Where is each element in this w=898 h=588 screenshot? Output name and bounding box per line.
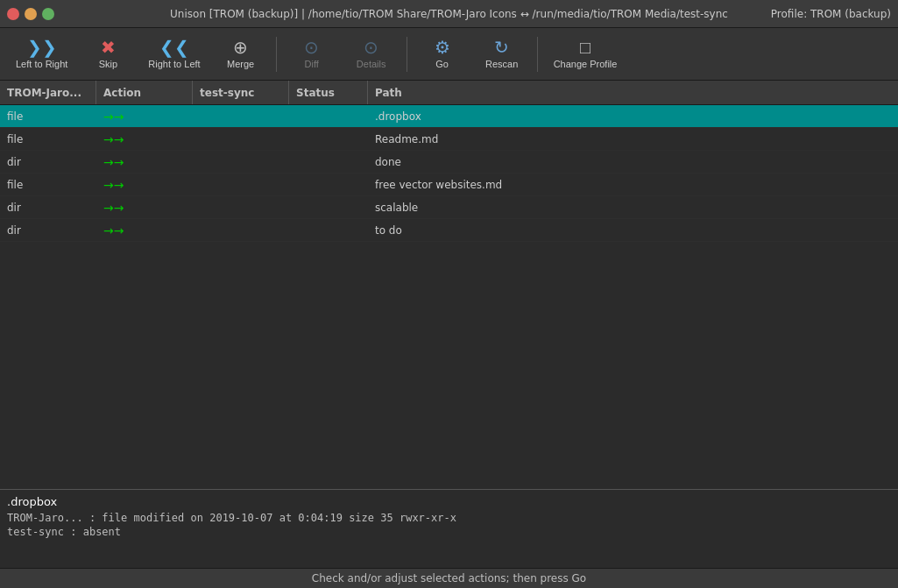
skip-icon: ✖ (101, 39, 116, 56)
table-row[interactable]: dir→→done (0, 151, 898, 174)
change-profile-icon: □ (580, 39, 590, 56)
status-text: Check and/or adjust selected actions; th… (312, 572, 586, 584)
detail-panel: .dropbox TROM-Jaro... : file modified on… (0, 489, 898, 568)
col-path[interactable]: Path (368, 81, 898, 104)
left-to-right-icon: ❯❯ (27, 39, 57, 56)
action-arrow: →→ (103, 155, 124, 169)
profile-label: Profile: TROM (backup) (771, 8, 891, 20)
table-row[interactable]: dir→→to do (0, 219, 898, 242)
col-trom-jaro[interactable]: TROM-Jaro... (0, 81, 96, 104)
window-title: Unison [TROM (backup)] | /home/tio/TROM … (170, 8, 728, 20)
col-test-sync[interactable]: test-sync (193, 81, 289, 104)
title-bar: Unison [TROM (backup)] | /home/tio/TROM … (0, 0, 898, 28)
details-label: Details (357, 59, 386, 69)
action-arrow: →→ (103, 223, 124, 237)
status-bar: Check and/or adjust selected actions; th… (0, 568, 898, 588)
go-icon: ⚙ (435, 39, 450, 56)
table-row[interactable]: file→→.dropbox (0, 105, 898, 128)
action-arrow: →→ (103, 110, 124, 124)
separator-1 (276, 37, 277, 72)
go-button[interactable]: ⚙ Go (414, 35, 470, 73)
detail-filename: .dropbox (7, 495, 891, 508)
table-body: file→→.dropboxfile→→Readme.mddir→→donefi… (0, 105, 898, 489)
rescan-button[interactable]: ↻ Rescan (474, 35, 530, 73)
separator-2 (407, 37, 407, 72)
detail-line2: test-sync : absent (7, 526, 891, 538)
detail-line1: TROM-Jaro... : file modified on 2019-10-… (7, 512, 891, 524)
go-label: Go (435, 59, 449, 69)
right-to-left-icon: ❮❮ (159, 39, 189, 56)
close-button[interactable] (7, 8, 19, 20)
right-to-left-label: Right to Left (148, 59, 200, 69)
separator-3 (537, 37, 538, 72)
col-status[interactable]: Status (289, 81, 368, 104)
toolbar: ❯❯ Left to Right ✖ Skip ❮❮ Right to Left… (0, 28, 898, 81)
details-icon: ⊙ (364, 39, 378, 56)
action-arrow: →→ (103, 132, 124, 146)
change-profile-button[interactable]: □ Change Profile (545, 35, 626, 73)
rescan-label: Rescan (485, 59, 518, 69)
merge-label: Merge (227, 59, 254, 69)
rescan-icon: ↻ (494, 39, 509, 56)
table-row[interactable]: dir→→scalable (0, 196, 898, 219)
merge-icon: ⊕ (233, 39, 248, 56)
window-controls (7, 8, 54, 20)
col-action[interactable]: Action (96, 81, 193, 104)
table-row[interactable]: file→→Readme.md (0, 128, 898, 151)
merge-button[interactable]: ⊕ Merge (213, 35, 269, 73)
diff-button[interactable]: ⊙ Diff (284, 35, 340, 73)
right-to-left-button[interactable]: ❮❮ Right to Left (139, 35, 209, 73)
left-to-right-button[interactable]: ❯❯ Left to Right (7, 35, 76, 73)
diff-icon: ⊙ (304, 39, 319, 56)
action-arrow: →→ (103, 178, 124, 192)
table-header: TROM-Jaro... Action test-sync Status Pat… (0, 81, 898, 105)
skip-button[interactable]: ✖ Skip (80, 35, 136, 73)
change-profile-label: Change Profile (554, 59, 618, 69)
skip-label: Skip (99, 59, 117, 69)
maximize-button[interactable] (42, 8, 54, 20)
minimize-button[interactable] (25, 8, 37, 20)
diff-label: Diff (305, 59, 319, 69)
left-to-right-label: Left to Right (16, 59, 67, 69)
details-button[interactable]: ⊙ Details (343, 35, 400, 73)
table-row[interactable]: file→→free vector websites.md (0, 174, 898, 196)
action-arrow: →→ (103, 201, 124, 215)
